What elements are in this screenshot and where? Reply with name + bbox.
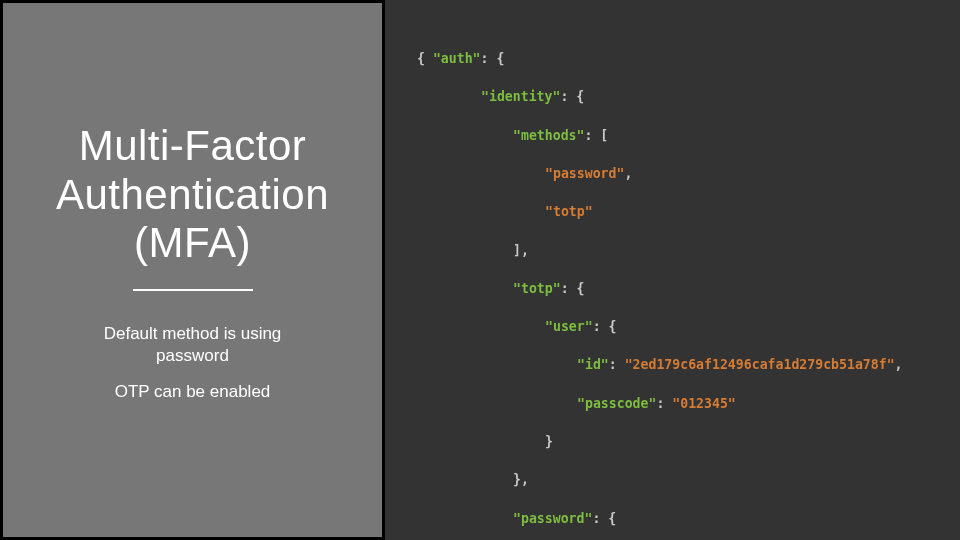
bullet-1-line-2: password <box>156 346 229 365</box>
title-line-2: Authentication <box>56 171 329 218</box>
code-line: "passcode": "012345" <box>393 394 952 413</box>
code-line: "user": { <box>393 317 952 336</box>
title-underline <box>133 289 253 291</box>
code-line: "totp" <box>393 202 952 221</box>
code-line: "totp": { <box>393 279 952 298</box>
bullet-2: OTP can be enabled <box>115 381 271 403</box>
code-line: "identity": { <box>393 87 952 106</box>
code-line: "password": { <box>393 509 952 528</box>
bullet-1-line-1: Default method is using <box>104 324 282 343</box>
left-panel: Multi-Factor Authentication (MFA) Defaul… <box>0 0 385 540</box>
bullet-1: Default method is using password <box>104 323 282 367</box>
code-line: } <box>393 432 952 451</box>
code-panel: { "auth": { "identity": { "methods": [ "… <box>385 0 960 540</box>
code-line: { "auth": { <box>393 49 952 68</box>
code-line: ], <box>393 241 952 260</box>
code-line: "id": "2ed179c6af12496cafa1d279cb51a78f"… <box>393 355 952 374</box>
title-line-1: Multi-Factor <box>79 122 307 169</box>
code-line: "password", <box>393 164 952 183</box>
code-line: }, <box>393 470 952 489</box>
title-line-3: (MFA) <box>134 219 251 266</box>
slide-title: Multi-Factor Authentication (MFA) <box>56 122 329 267</box>
code-line: "methods": [ <box>393 126 952 145</box>
